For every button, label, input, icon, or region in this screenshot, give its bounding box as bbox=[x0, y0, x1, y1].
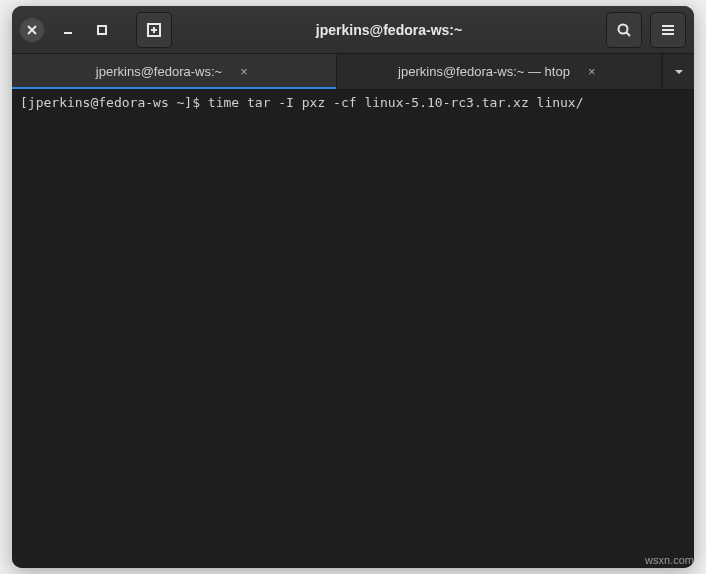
prompt-line: [jperkins@fedora-ws ~]$ time tar -I pxz … bbox=[20, 94, 686, 112]
header-buttons bbox=[606, 12, 686, 48]
window-controls bbox=[20, 12, 172, 48]
new-tab-button[interactable] bbox=[136, 12, 172, 48]
menu-button[interactable] bbox=[650, 12, 686, 48]
terminal-window: jperkins@fedora-ws:~ jperkins@fedora-ws:… bbox=[12, 6, 694, 568]
tab-close-icon[interactable]: × bbox=[584, 64, 600, 80]
terminal-content[interactable]: [jperkins@fedora-ws ~]$ time tar -I pxz … bbox=[12, 90, 694, 568]
tab-label: jperkins@fedora-ws:~ bbox=[96, 64, 222, 79]
shell-prompt: [jperkins@fedora-ws ~]$ bbox=[20, 95, 208, 110]
close-button[interactable] bbox=[20, 18, 44, 42]
titlebar: jperkins@fedora-ws:~ bbox=[12, 6, 694, 54]
watermark: wsxn.com bbox=[645, 554, 694, 566]
tab-label: jperkins@fedora-ws:~ — htop bbox=[398, 64, 570, 79]
tab-2[interactable]: jperkins@fedora-ws:~ — htop × bbox=[337, 54, 662, 89]
search-button[interactable] bbox=[606, 12, 642, 48]
maximize-button[interactable] bbox=[92, 20, 112, 40]
tab-bar: jperkins@fedora-ws:~ × jperkins@fedora-w… bbox=[12, 54, 694, 90]
tab-1[interactable]: jperkins@fedora-ws:~ × bbox=[12, 54, 337, 89]
svg-rect-0 bbox=[98, 26, 106, 34]
window-title: jperkins@fedora-ws:~ bbox=[172, 22, 606, 38]
minimize-button[interactable] bbox=[58, 20, 78, 40]
shell-command: time tar -I pxz -cf linux-5.10-rc3.tar.x… bbox=[208, 95, 584, 110]
tabs-dropdown-button[interactable] bbox=[662, 54, 694, 89]
svg-point-2 bbox=[619, 24, 628, 33]
tab-close-icon[interactable]: × bbox=[236, 64, 252, 80]
